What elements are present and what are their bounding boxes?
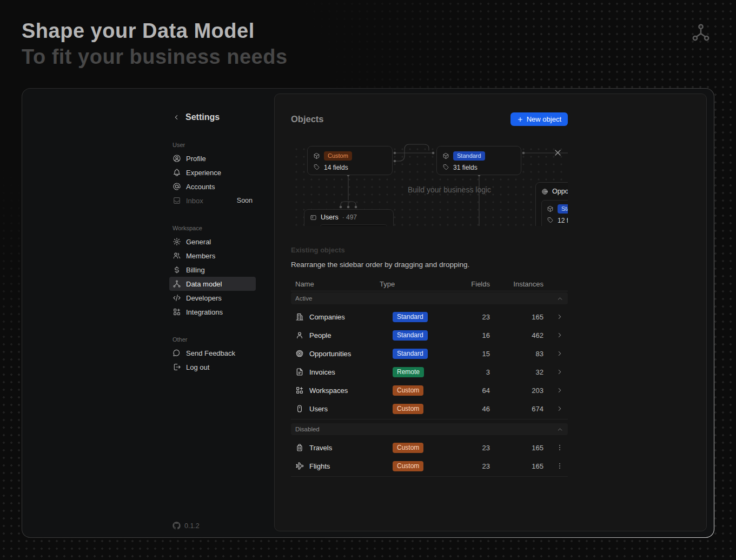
logout-icon (173, 363, 181, 371)
group-bar-active[interactable]: Active (291, 292, 568, 304)
sidebar-item-members[interactable]: Members (169, 249, 256, 263)
type-badge: Custom (393, 461, 423, 471)
type-badge: Standard (453, 151, 485, 161)
tag-icon (547, 217, 554, 224)
sidebar-item-experience[interactable]: Experience (169, 165, 256, 179)
section-label-workspace: Workspace (169, 225, 256, 231)
chevron-up-icon (556, 295, 563, 302)
settings-window: Settings User Profile Experience Account… (22, 88, 714, 538)
chevron-up-icon (556, 426, 563, 433)
cube-icon (547, 205, 554, 212)
tag-icon (442, 164, 449, 171)
plane-icon (295, 462, 304, 470)
desktop-background: Shape your Data Model To fit your busine… (0, 0, 736, 560)
table-row-users[interactable]: Users Custom 46 674 (291, 399, 568, 418)
table-row-invoices[interactable]: Invoices Remote 3 32 (291, 363, 568, 381)
table-row-travels[interactable]: Travels Custom 23 165 (291, 438, 568, 457)
diagram-caption: Build your business logic (408, 185, 491, 194)
sidebar-item-billing[interactable]: Billing (169, 263, 256, 277)
mouse-icon (295, 404, 304, 413)
app-version: 0.1.2 (173, 522, 200, 530)
apps-icon (173, 308, 181, 316)
type-badge: Standard (558, 204, 568, 214)
type-badge: Custom (393, 385, 423, 396)
cube-icon (313, 152, 320, 159)
diagram-card-users[interactable]: Users · 497 (304, 209, 394, 226)
table-row-workspaces[interactable]: Workspaces Custom 64 203 (291, 381, 568, 399)
type-badge: Custom (393, 443, 423, 453)
sidebar-item-send-feedback[interactable]: Send Feedback (169, 346, 256, 360)
person-icon (295, 331, 304, 339)
tag-icon (313, 164, 320, 171)
data-model-diagram[interactable]: Custom 14 fields Standard 31 fields (291, 144, 568, 226)
sidebar-item-accounts[interactable]: Accounts (169, 179, 256, 194)
sidebar-item-general[interactable]: General (169, 235, 256, 249)
group-bar-disabled[interactable]: Disabled (291, 423, 568, 435)
soon-badge: Soon (237, 197, 253, 204)
table-header: Name Type Fields Instances (291, 277, 568, 291)
kebab-menu-icon[interactable] (556, 444, 563, 451)
existing-objects-description: Rearrange the sidebar order by dragging … (291, 260, 568, 270)
hierarchy-icon (173, 279, 181, 288)
chevron-right-icon[interactable] (556, 350, 563, 357)
existing-objects-section: Existing objects Rearrange the sidebar o… (291, 246, 568, 477)
sidebar-item-profile[interactable]: Profile (169, 151, 256, 165)
type-badge: Standard (393, 330, 428, 341)
kebab-menu-icon[interactable] (556, 462, 563, 470)
building-icon (295, 312, 304, 321)
chevron-right-icon[interactable] (556, 386, 563, 394)
diagram-card-opportunities[interactable]: Opportunities Standard 12 fields (535, 182, 568, 226)
chevron-right-icon[interactable] (556, 331, 563, 339)
at-sign-icon (173, 182, 181, 191)
diagram-card-custom[interactable]: Custom 14 fields (307, 146, 393, 175)
page-subtitle: To fit your business needs (22, 45, 288, 69)
active-group: Companies Standard 23 165 People (291, 304, 568, 419)
inbox-icon (173, 196, 181, 205)
table-row-flights[interactable]: Flights Custom 23 165 (291, 457, 568, 475)
chevron-left-icon (173, 114, 180, 121)
settings-title: Settings (185, 112, 220, 122)
type-badge: Standard (393, 349, 428, 359)
bell-icon (173, 168, 181, 177)
new-object-button[interactable]: New object (510, 112, 568, 126)
type-badge: Standard (393, 312, 428, 322)
file-icon (295, 368, 304, 376)
sidebar-item-integrations[interactable]: Integrations (169, 305, 256, 319)
panel-title: Objects (291, 114, 324, 124)
existing-objects-heading: Existing objects (291, 246, 568, 255)
github-icon (173, 522, 181, 530)
user-circle-icon (173, 154, 181, 163)
sidebar-item-data-model[interactable]: Data model (169, 277, 256, 291)
disabled-group: Travels Custom 23 165 Flights (291, 435, 568, 477)
apps-icon (295, 386, 304, 395)
users-subcard (320, 224, 388, 226)
table-row-people[interactable]: People Standard 16 462 (291, 326, 568, 344)
diagram-card-standard[interactable]: Standard 31 fields (436, 146, 521, 175)
data-model-network-icon (691, 23, 711, 42)
section-label-other: Other (169, 336, 256, 343)
objects-panel: Objects New object (274, 94, 707, 531)
plus-icon (517, 116, 523, 123)
chevron-right-icon[interactable] (556, 405, 563, 412)
settings-back-button[interactable]: Settings (169, 110, 256, 124)
message-icon (173, 349, 181, 357)
chevron-right-icon[interactable] (556, 368, 563, 376)
sidebar-item-log-out[interactable]: Log out (169, 360, 256, 374)
section-label-user: User (169, 142, 256, 148)
table-row-opportunities[interactable]: Opportunities Standard 15 83 (291, 344, 568, 363)
sidebar-item-developers[interactable]: Developers (169, 291, 256, 305)
users-icon (173, 251, 181, 260)
card-icon (310, 214, 317, 221)
type-badge: Remote (393, 367, 424, 377)
target-icon (541, 188, 548, 195)
luggage-icon (295, 443, 304, 452)
cube-icon (442, 152, 449, 159)
chevron-right-icon[interactable] (556, 313, 563, 321)
dollar-icon (173, 265, 181, 274)
code-icon (173, 294, 181, 302)
gear-icon (173, 237, 181, 246)
table-row-companies[interactable]: Companies Standard 23 165 (291, 308, 568, 326)
settings-sidebar: Settings User Profile Experience Account… (169, 110, 256, 374)
opportunities-subcard: Standard 12 fields (541, 200, 568, 226)
type-badge: Custom (324, 151, 352, 161)
